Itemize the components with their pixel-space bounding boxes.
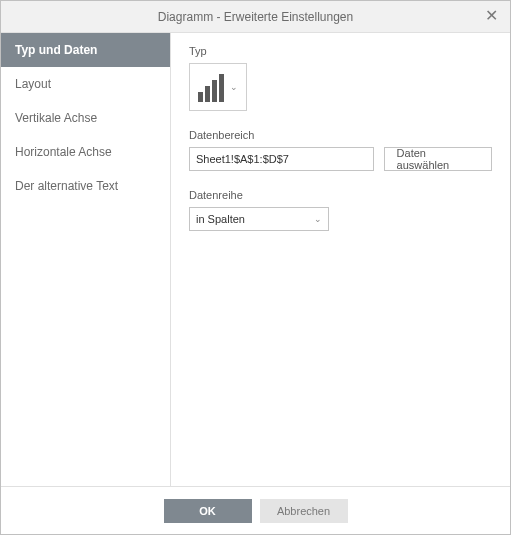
dialog-body: Typ und Daten Layout Vertikale Achse Hor… (1, 33, 510, 486)
chevron-down-icon: ⌄ (314, 214, 322, 224)
sidebar-item-label: Der alternative Text (15, 179, 118, 193)
sidebar-item-alternative-text[interactable]: Der alternative Text (1, 169, 170, 203)
data-series-select[interactable]: in Spalten ⌄ (189, 207, 329, 231)
sidebar: Typ und Daten Layout Vertikale Achse Hor… (1, 33, 171, 486)
sidebar-item-label: Layout (15, 77, 51, 91)
select-data-button-label: Daten auswählen (397, 147, 479, 171)
section-type: Typ ⌄ (189, 45, 492, 111)
sidebar-item-vertical-axis[interactable]: Vertikale Achse (1, 101, 170, 135)
content-panel: Typ ⌄ Datenbereich Daten auswählen (171, 33, 510, 486)
chevron-down-icon: ⌄ (230, 82, 238, 92)
sidebar-item-layout[interactable]: Layout (1, 67, 170, 101)
data-range-input[interactable] (189, 147, 374, 171)
sidebar-item-label: Typ und Daten (15, 43, 97, 57)
dialog: Diagramm - Erweiterte Einstellungen ✕ Ty… (0, 0, 511, 535)
titlebar: Diagramm - Erweiterte Einstellungen ✕ (1, 1, 510, 33)
dialog-title: Diagramm - Erweiterte Einstellungen (158, 10, 353, 24)
data-series-value: in Spalten (196, 213, 245, 225)
data-range-label: Datenbereich (189, 129, 492, 141)
close-button[interactable]: ✕ (482, 7, 500, 25)
cancel-button[interactable]: Abbrechen (260, 499, 348, 523)
sidebar-item-label: Horizontale Achse (15, 145, 112, 159)
cancel-button-label: Abbrechen (277, 505, 330, 517)
sidebar-item-type-and-data[interactable]: Typ und Daten (1, 33, 170, 67)
select-data-button[interactable]: Daten auswählen (384, 147, 492, 171)
bar-chart-icon (198, 72, 224, 102)
data-series-label: Datenreihe (189, 189, 492, 201)
dialog-footer: OK Abbrechen (1, 486, 510, 534)
section-data-range: Datenbereich Daten auswählen (189, 129, 492, 171)
section-data-series: Datenreihe in Spalten ⌄ (189, 189, 492, 231)
sidebar-item-horizontal-axis[interactable]: Horizontale Achse (1, 135, 170, 169)
type-label: Typ (189, 45, 492, 57)
ok-button[interactable]: OK (164, 499, 252, 523)
chart-type-picker[interactable]: ⌄ (189, 63, 247, 111)
close-icon: ✕ (485, 8, 498, 24)
sidebar-item-label: Vertikale Achse (15, 111, 97, 125)
ok-button-label: OK (199, 505, 216, 517)
